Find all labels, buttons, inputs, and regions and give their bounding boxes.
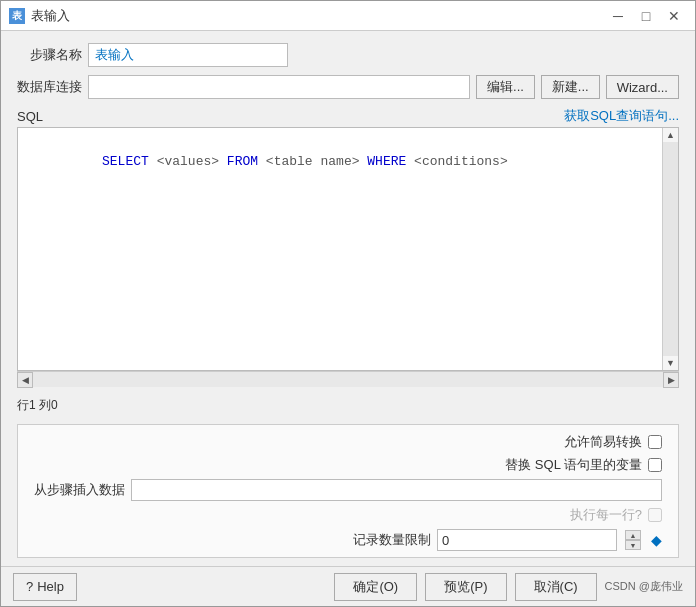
step-name-input[interactable] — [88, 43, 288, 67]
window-icon: 表 — [9, 8, 25, 24]
allow-lazy-conversion-row: 允许简易转换 — [34, 433, 662, 451]
insert-from-step-input[interactable] — [131, 479, 662, 501]
execute-each-row-checkbox[interactable] — [648, 508, 662, 522]
step-name-label: 步骤名称 — [17, 46, 82, 64]
scroll-track[interactable] — [663, 142, 678, 356]
replace-variables-label: 替换 SQL 语句里的变量 — [505, 456, 642, 474]
record-limit-label: 记录数量限制 — [353, 531, 431, 549]
scroll-right-arrow[interactable]: ▶ — [663, 372, 679, 388]
cancel-button[interactable]: 取消(C) — [515, 573, 597, 601]
execute-each-row-label: 执行每一行? — [570, 506, 642, 524]
replace-variables-row: 替换 SQL 语句里的变量 — [34, 456, 662, 474]
status-bar: 行1 列0 — [17, 395, 679, 416]
watermark-text: CSDN @庞伟业 — [605, 579, 683, 594]
maximize-button[interactable]: □ — [633, 5, 659, 27]
db-conn-row: 数据库连接 编辑... 新建... Wizard... — [17, 75, 679, 99]
preview-button[interactable]: 预览(P) — [425, 573, 506, 601]
spinner-down-button[interactable]: ▼ — [625, 540, 641, 550]
window-controls: ─ □ ✕ — [605, 5, 687, 27]
close-button[interactable]: ✕ — [661, 5, 687, 27]
scroll-left-arrow[interactable]: ◀ — [17, 372, 33, 388]
allow-lazy-conversion-label: 允许简易转换 — [564, 433, 642, 451]
sql-vertical-scrollbar: ▲ ▼ — [662, 128, 678, 370]
wizard-button[interactable]: Wizard... — [606, 75, 679, 99]
title-bar: 表 表输入 ─ □ ✕ — [1, 1, 695, 31]
db-conn-input[interactable] — [88, 75, 470, 99]
db-conn-label: 数据库连接 — [17, 78, 82, 96]
record-limit-input[interactable] — [437, 529, 617, 551]
sql-label: SQL — [17, 109, 43, 124]
window-title: 表输入 — [31, 7, 605, 25]
step-name-row: 步骤名称 — [17, 43, 679, 67]
minimize-button[interactable]: ─ — [605, 5, 631, 27]
sql-section: SQL 获取SQL查询语句... SELECT <values> FROM <t… — [17, 107, 679, 387]
record-limit-row: 记录数量限制 ▲ ▼ ◆ — [34, 529, 662, 551]
content-area: 步骤名称 数据库连接 编辑... 新建... Wizard... SQL 获取S… — [1, 31, 695, 566]
record-limit-spinner: ▲ ▼ — [625, 530, 641, 550]
insert-from-step-label: 从步骤插入数据 — [34, 481, 125, 499]
question-icon: ? — [26, 579, 33, 594]
horiz-scroll-track[interactable] — [33, 372, 663, 387]
get-sql-button[interactable]: 获取SQL查询语句... — [564, 107, 679, 125]
diamond-icon: ◆ — [651, 532, 662, 548]
bottom-bar: ? Help 确定(O) 预览(P) 取消(C) CSDN @庞伟业 — [1, 566, 695, 606]
spinner-up-button[interactable]: ▲ — [625, 530, 641, 540]
options-section: 允许简易转换 替换 SQL 语句里的变量 从步骤插入数据 执行每一行? 记录数量… — [17, 424, 679, 558]
sql-horizontal-scrollbar: ◀ ▶ — [17, 371, 679, 387]
help-button[interactable]: ? Help — [13, 573, 77, 601]
allow-lazy-conversion-checkbox[interactable] — [648, 435, 662, 449]
ok-button[interactable]: 确定(O) — [334, 573, 417, 601]
scroll-down-arrow[interactable]: ▼ — [664, 356, 678, 370]
row-col-status: 行1 列0 — [17, 398, 58, 412]
new-button[interactable]: 新建... — [541, 75, 600, 99]
scroll-up-arrow[interactable]: ▲ — [664, 128, 678, 142]
sql-editor[interactable] — [18, 128, 662, 370]
edit-button[interactable]: 编辑... — [476, 75, 535, 99]
sql-header: SQL 获取SQL查询语句... — [17, 107, 679, 125]
main-window: 表 表输入 ─ □ ✕ 步骤名称 数据库连接 编辑... 新建... Wizar… — [0, 0, 696, 607]
replace-variables-checkbox[interactable] — [648, 458, 662, 472]
sql-editor-container: SELECT <values> FROM <table name> WHERE … — [17, 127, 679, 371]
help-label: Help — [37, 579, 64, 594]
insert-from-step-row: 从步骤插入数据 — [34, 479, 662, 501]
execute-each-row-row: 执行每一行? — [34, 506, 662, 524]
